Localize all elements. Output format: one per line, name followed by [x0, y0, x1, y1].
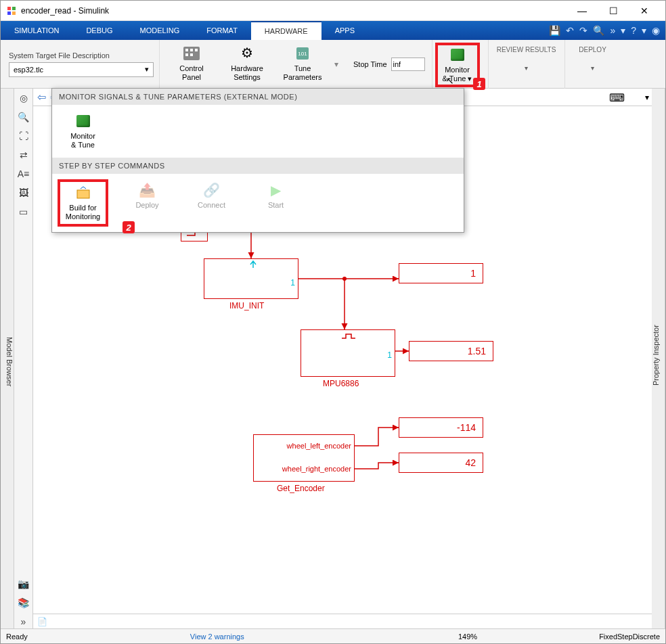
tab-modeling[interactable]: MODELING: [127, 21, 194, 40]
svg-rect-3: [12, 12, 16, 15]
monitor-tune-label: Monitor & Tune ▾: [443, 66, 472, 83]
display-1-value: 1: [470, 268, 476, 279]
start-dropdown-button[interactable]: ▶ Start: [250, 179, 301, 227]
chip-run-icon: [75, 113, 91, 129]
spacer: [17, 224, 30, 572]
start-dropdown-label: Start: [268, 201, 284, 210]
hardware-settings-label: Hardware Settings: [231, 64, 263, 82]
undo-icon[interactable]: ↶: [566, 25, 574, 36]
step-marker-2: 2: [123, 221, 135, 233]
connect-dropdown-label: Connect: [198, 201, 225, 210]
maximize-button[interactable]: ☐: [598, 1, 629, 21]
get-encoder-label: Get_Encoder: [277, 484, 325, 493]
keyboard-icon[interactable]: ⌨: [609, 91, 625, 104]
fullscreen-icon[interactable]: ◉: [652, 25, 660, 36]
nav-back-icon[interactable]: ⇦: [37, 91, 46, 104]
display-3-value: -114: [457, 422, 476, 433]
deploy-button[interactable]: DEPLOY ▾: [573, 43, 613, 72]
deploy-dropdown-button[interactable]: 📤 Deploy: [122, 179, 173, 227]
tune-parameters-label: Tune Parameters: [284, 64, 322, 82]
chip-run-icon: [449, 47, 466, 63]
connect-dropdown-button[interactable]: 🔗 Connect: [186, 179, 237, 227]
canvas-bottom-bar: 📄: [33, 614, 652, 628]
gear-icon: ⚙: [239, 45, 255, 62]
monitor-tune-dropdown-label: Monitor & Tune: [70, 132, 95, 150]
port-number: 1: [290, 278, 295, 288]
imu-init-block[interactable]: 1: [204, 258, 298, 299]
review-results-button[interactable]: REVIEW RESULTS ▾: [497, 43, 556, 72]
imu-init-label: IMU_INIT: [229, 301, 264, 310]
control-panel-button[interactable]: Control Panel: [168, 43, 215, 82]
tab-apps[interactable]: APPS: [321, 21, 368, 40]
monitor-dropdown-panel: MONITOR SIGNALS & TUNE PARAMETERS (EXTER…: [51, 88, 464, 233]
dropdown-header-2: STEP BY STEP COMMANDS: [52, 158, 464, 174]
get-encoder-block[interactable]: wheel_left_encoder wheel_right_encoder: [253, 434, 355, 482]
help-icon[interactable]: ?: [631, 25, 636, 36]
property-inspector-tab[interactable]: Property Inspector: [652, 89, 665, 628]
tune-icon: 101: [294, 45, 311, 62]
dropdown-icon[interactable]: ▾: [621, 25, 625, 36]
svg-rect-9: [190, 53, 193, 56]
camera-icon[interactable]: 📷: [17, 577, 30, 591]
monitor-tune-dropdown-button[interactable]: Monitor & Tune: [58, 110, 108, 152]
deploy-label: DEPLOY: [579, 45, 606, 54]
toolstrip: System Target File Description esp32.tlc…: [1, 40, 665, 89]
tab-debug[interactable]: DEBUG: [72, 21, 126, 40]
build-for-monitoring-button[interactable]: Build for Monitoring: [58, 179, 108, 227]
svg-rect-2: [7, 12, 11, 15]
connect-icon: 🔗: [204, 182, 220, 198]
annotation-icon[interactable]: A≡: [17, 167, 30, 181]
display-2[interactable]: 1.51: [409, 341, 493, 361]
tune-parameters-button[interactable]: 101 Tune Parameters: [279, 43, 326, 82]
wheel-left-label: wheel_left_encoder: [287, 442, 351, 450]
tab-format[interactable]: FORMAT: [193, 21, 251, 40]
status-zoom: 149%: [458, 632, 477, 641]
hardware-settings-button[interactable]: ⚙ Hardware Settings: [223, 43, 271, 82]
library-icon[interactable]: 📚: [17, 596, 30, 610]
minimize-button[interactable]: —: [567, 1, 598, 21]
app-icon: [6, 5, 17, 16]
svg-rect-12: [77, 190, 89, 198]
display-2-value: 1.51: [468, 346, 486, 356]
chevron-down-icon[interactable]: ▾: [645, 93, 649, 102]
tab-simulation[interactable]: SIMULATION: [1, 21, 72, 40]
display-4[interactable]: 42: [399, 453, 483, 473]
image-icon[interactable]: 🖼: [17, 186, 30, 200]
display-1[interactable]: 1: [399, 263, 483, 283]
display-3[interactable]: -114: [399, 417, 483, 438]
deploy-icon: 📤: [139, 182, 156, 198]
target-file-value: esp32.tlc: [14, 66, 43, 74]
swap-icon[interactable]: ⇄: [17, 148, 30, 162]
control-panel-label: Control Panel: [179, 64, 203, 82]
status-solver: FixedStepDiscrete: [599, 632, 660, 641]
expand-icon[interactable]: »: [17, 615, 30, 628]
svg-rect-8: [185, 53, 188, 56]
fit-icon[interactable]: ⛶: [17, 129, 30, 143]
arrow-icon[interactable]: »: [610, 25, 615, 36]
svg-text:101: 101: [298, 51, 307, 57]
mpu6886-block[interactable]: 1: [301, 329, 395, 377]
model-browser-tab[interactable]: Model Browser: [1, 89, 14, 628]
zoom-icon[interactable]: 🔍: [17, 110, 30, 124]
model-icon[interactable]: 📄: [37, 617, 47, 626]
block-icon[interactable]: ▭: [17, 205, 30, 218]
stop-time-input[interactable]: [391, 58, 425, 71]
group-dropdown-icon[interactable]: ▾: [334, 60, 338, 69]
status-warnings[interactable]: View 2 warnings: [190, 632, 244, 641]
wheel-right-label: wheel_right_encoder: [282, 465, 351, 473]
ribbon-tabs: SIMULATION DEBUG MODELING FORMAT HARDWAR…: [1, 21, 665, 40]
svg-rect-6: [190, 49, 193, 51]
close-button[interactable]: ✕: [629, 1, 660, 21]
search-icon[interactable]: 🔍: [593, 25, 604, 36]
save-icon[interactable]: 💾: [549, 25, 560, 36]
redo-icon[interactable]: ↷: [579, 25, 587, 36]
svg-rect-1: [12, 7, 16, 10]
build-label: Build for Monitoring: [66, 204, 100, 221]
play-icon: ▶: [268, 182, 284, 198]
tab-hardware[interactable]: HARDWARE: [251, 21, 321, 40]
stop-time-label: Stop Time: [353, 60, 387, 68]
chevron-down-icon: ▾: [145, 65, 149, 74]
dropdown2-icon[interactable]: ▾: [642, 25, 646, 36]
target-icon[interactable]: ◎: [17, 91, 30, 105]
target-file-combo[interactable]: esp32.tlc ▾: [9, 62, 154, 77]
